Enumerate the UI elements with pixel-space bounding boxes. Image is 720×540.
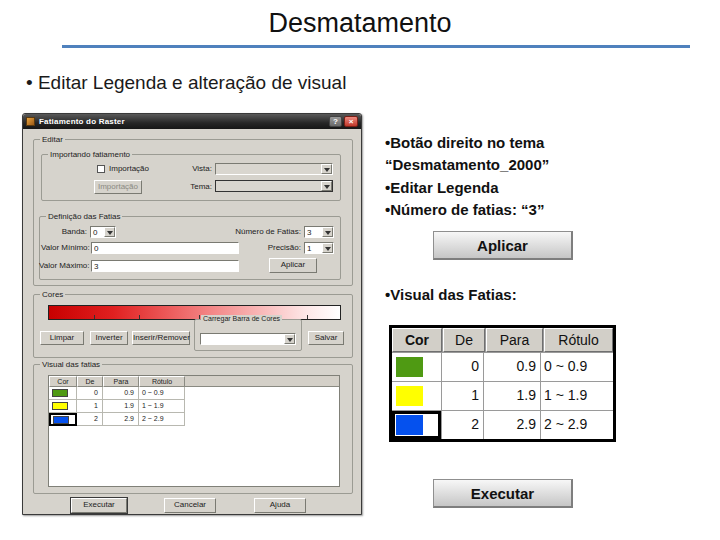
importacao-button[interactable]: Importação (94, 180, 142, 194)
table-cell-de: 1 (77, 400, 103, 413)
inverter-button[interactable]: Inverter (90, 331, 128, 345)
legend-cell-para: 2.9 (484, 411, 541, 439)
annotation-line: •Botão direito no tema (385, 134, 544, 151)
legend-cell-rotulo: 1 ~ 1.9 (541, 382, 613, 410)
legend-cell-de: 2 (442, 411, 484, 439)
valor-min-label: Valor Mínimo: (41, 242, 88, 254)
color-swatch[interactable] (52, 389, 68, 397)
table-cell-rotulo: 2 ~ 2.9 (139, 413, 185, 426)
cancelar-button[interactable]: Cancelar (164, 498, 216, 513)
help-button[interactable]: ? (329, 116, 342, 127)
slices-table: Cor De Para Rótulo 0 0.9 0 ~ 0.9 1 1.9 1… (48, 375, 340, 487)
group-cores: Cores Limpar Inverter Inserir/Remover Ca… (33, 294, 353, 358)
group-cores-label: Cores (40, 290, 65, 299)
legend-cell-de: 1 (442, 382, 484, 410)
group-visual-label: Visual das fatias (40, 360, 102, 369)
legend-color-cell (392, 353, 442, 381)
chevron-down-icon (321, 181, 332, 191)
precisao-combo[interactable]: 1 (304, 242, 334, 254)
legend-table-row: 2 2.9 2 ~ 2.9 (392, 410, 613, 439)
color-ramp[interactable] (48, 305, 341, 320)
legend-cell-para: 0.9 (484, 353, 541, 381)
valor-max-label: Valor Máximo: (39, 260, 88, 272)
precisao-label: Precisão: (253, 242, 301, 254)
chevron-down-icon (322, 227, 333, 237)
dialog-titlebar[interactable]: Fatiamento do Raster ? × (23, 114, 361, 129)
table-cell-de: 2 (77, 413, 103, 426)
table-row-color-cell[interactable] (49, 387, 77, 400)
chevron-down-icon (321, 164, 332, 174)
ramp-tick (307, 315, 308, 319)
executar-button[interactable]: Executar (71, 498, 127, 513)
carregar-barra-combo[interactable] (200, 333, 296, 345)
legend-table: Cor De Para Rótulo 0 0.9 0 ~ 0.9 1 1.9 1… (389, 325, 616, 442)
table-header-filler (185, 376, 339, 387)
ramp-tick (139, 315, 140, 319)
group-importando-label: Importando fatiamento (48, 150, 132, 159)
annotation-line: “Desmatamento_2000” (385, 156, 549, 173)
annotation-line: •Número de fatias: “3” (385, 201, 544, 218)
legend-table-row: 1 1.9 1 ~ 1.9 (392, 381, 613, 410)
column-header-cor: Cor (392, 328, 442, 352)
chevron-down-icon (322, 243, 333, 253)
vista-combo[interactable] (215, 163, 333, 175)
num-fatias-combo-value: 3 (307, 228, 311, 238)
legend-cell-rotulo: 0 ~ 0.9 (541, 353, 613, 381)
num-fatias-label: Número de Fatias: (223, 226, 301, 238)
color-swatch (396, 386, 423, 406)
annotation-line: •Editar Legenda (385, 179, 499, 196)
column-header-para: Para (486, 328, 543, 352)
group-definicao-label: Definição das Fatias (46, 212, 122, 221)
color-swatch (396, 415, 423, 435)
tema-label: Tema: (187, 181, 212, 193)
aplicar-big-button[interactable]: Aplicar (433, 231, 573, 260)
color-swatch[interactable] (53, 416, 69, 424)
chevron-down-icon (284, 334, 295, 344)
group-carregar-barra-label: Carregar Barra de Cores (201, 315, 282, 322)
table-cell-rotulo: 0 ~ 0.9 (139, 387, 185, 400)
table-cell-para: 0.9 (103, 387, 139, 400)
page-title: Desmatamento (0, 8, 720, 39)
group-editar-label: Editar (40, 135, 65, 144)
salvar-button[interactable]: Salvar (308, 331, 344, 345)
color-swatch (396, 357, 423, 377)
column-header-de: De (77, 376, 103, 387)
table-cell-para: 1.9 (103, 400, 139, 413)
num-fatias-combo[interactable]: 3 (304, 226, 334, 238)
legend-cell-de: 0 (442, 353, 484, 381)
legend-table-row: 0 0.9 0 ~ 0.9 (392, 352, 613, 381)
slide-bullet: • Editar Legenda e alteração de visual (26, 72, 346, 94)
legend-cell-para: 1.9 (484, 382, 541, 410)
executar-big-button[interactable]: Executar (433, 479, 573, 508)
importacao-checkbox-label: Importação (109, 163, 149, 175)
title-underline (62, 45, 690, 48)
banda-combo[interactable]: 0 (90, 226, 116, 238)
column-header-rotulo: Rótulo (544, 328, 613, 352)
legend-color-cell (392, 382, 442, 410)
limpar-button[interactable]: Limpar (40, 331, 84, 345)
group-importando: Importando fatiamento (41, 154, 341, 201)
vista-label: Vista: (187, 163, 212, 175)
table-row-color-cell[interactable] (49, 400, 77, 413)
app-icon (26, 117, 35, 126)
slide: Desmatamento • Editar Legenda e alteraçã… (0, 0, 720, 540)
close-icon[interactable]: × (344, 116, 358, 127)
color-swatch[interactable] (52, 402, 68, 410)
importacao-checkbox[interactable] (97, 165, 105, 173)
group-visual: Visual das fatias Cor De Para Rótulo 0 0… (33, 364, 353, 494)
banda-label: Banda: (57, 226, 87, 238)
column-header-de: De (443, 328, 485, 352)
ajuda-button[interactable]: Ajuda (254, 498, 306, 513)
dialog-window: Fatiamento do Raster ? × Editar Importan… (22, 113, 362, 515)
tema-combo[interactable] (215, 180, 333, 192)
valor-min-input[interactable] (91, 242, 239, 254)
visual-fatias-label: •Visual das Fatias: (385, 286, 517, 303)
inserir-remover-button[interactable]: Inserir/Remover (132, 331, 190, 345)
column-header-rotulo: Rótulo (139, 376, 185, 387)
legend-cell-rotulo: 2 ~ 2.9 (541, 411, 613, 439)
table-row-color-cell-selected[interactable] (49, 413, 77, 426)
aplicar-button[interactable]: Aplicar (269, 258, 317, 273)
legend-table-header: Cor De Para Rótulo (392, 328, 613, 352)
valor-max-input[interactable] (91, 260, 239, 272)
legend-color-cell-selected (392, 411, 442, 439)
